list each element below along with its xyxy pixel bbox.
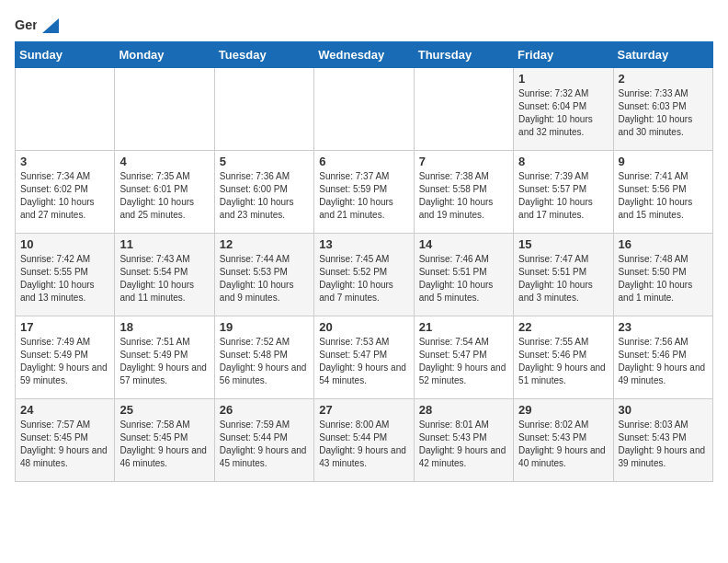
day-number: 11: [119, 237, 209, 251]
day-number: 16: [619, 237, 708, 251]
day-info: Sunrise: 7:55 AM Sunset: 5:46 PM Dayligh…: [518, 336, 608, 387]
page-header: General: [15, 15, 713, 34]
day-info: Sunrise: 7:42 AM Sunset: 5:55 PM Dayligh…: [20, 253, 109, 304]
calendar-day-4: 4Sunrise: 7:35 AM Sunset: 6:01 PM Daylig…: [115, 151, 214, 234]
day-number: 14: [419, 237, 508, 251]
calendar-day-18: 18Sunrise: 7:51 AM Sunset: 5:49 PM Dayli…: [115, 316, 214, 399]
calendar-day-9: 9Sunrise: 7:41 AM Sunset: 5:56 PM Daylig…: [613, 151, 712, 234]
weekday-header-tuesday: Tuesday: [214, 42, 313, 68]
weekday-header-saturday: Saturday: [613, 42, 712, 68]
calendar-day-13: 13Sunrise: 7:45 AM Sunset: 5:52 PM Dayli…: [314, 234, 414, 316]
day-number: 6: [319, 155, 408, 168]
day-number: 19: [220, 320, 309, 334]
day-info: Sunrise: 7:37 AM Sunset: 5:59 PM Dayligh…: [319, 170, 408, 222]
empty-day: [414, 68, 513, 151]
day-number: 12: [220, 237, 309, 251]
weekday-header-wednesday: Wednesday: [314, 42, 414, 68]
day-info: Sunrise: 8:02 AM Sunset: 5:43 PM Dayligh…: [518, 419, 608, 470]
day-number: 13: [319, 237, 408, 251]
calendar-day-10: 10Sunrise: 7:42 AM Sunset: 5:55 PM Dayli…: [16, 234, 115, 316]
calendar-day-6: 6Sunrise: 7:37 AM Sunset: 5:59 PM Daylig…: [314, 151, 414, 234]
calendar-day-15: 15Sunrise: 7:47 AM Sunset: 5:51 PM Dayli…: [514, 234, 613, 316]
logo-icon: General: [15, 16, 37, 34]
calendar-day-16: 16Sunrise: 7:48 AM Sunset: 5:50 PM Dayli…: [613, 234, 712, 316]
calendar-week-row: 3Sunrise: 7:34 AM Sunset: 6:02 PM Daylig…: [16, 151, 713, 234]
calendar-week-row: 24Sunrise: 7:57 AM Sunset: 5:45 PM Dayli…: [16, 399, 713, 482]
calendar-day-27: 27Sunrise: 8:00 AM Sunset: 5:44 PM Dayli…: [314, 399, 414, 482]
calendar-day-22: 22Sunrise: 7:55 AM Sunset: 5:46 PM Dayli…: [514, 316, 613, 399]
calendar-day-5: 5Sunrise: 7:36 AM Sunset: 6:00 PM Daylig…: [214, 151, 313, 234]
day-info: Sunrise: 7:54 AM Sunset: 5:47 PM Dayligh…: [419, 336, 508, 387]
day-info: Sunrise: 7:46 AM Sunset: 5:51 PM Dayligh…: [419, 253, 508, 304]
empty-day: [16, 68, 115, 151]
day-info: Sunrise: 7:53 AM Sunset: 5:47 PM Dayligh…: [319, 336, 408, 387]
day-number: 22: [518, 320, 608, 334]
calendar-day-1: 1Sunrise: 7:32 AM Sunset: 6:04 PM Daylig…: [514, 68, 613, 151]
day-info: Sunrise: 7:59 AM Sunset: 5:44 PM Dayligh…: [220, 419, 309, 470]
calendar-day-28: 28Sunrise: 8:01 AM Sunset: 5:43 PM Dayli…: [414, 399, 513, 482]
day-info: Sunrise: 7:41 AM Sunset: 5:56 PM Dayligh…: [619, 170, 708, 222]
svg-text:General: General: [15, 17, 37, 31]
weekday-header-friday: Friday: [514, 42, 613, 68]
day-info: Sunrise: 7:57 AM Sunset: 5:45 PM Dayligh…: [20, 419, 109, 470]
logo: General: [15, 15, 61, 34]
calendar-week-row: 10Sunrise: 7:42 AM Sunset: 5:55 PM Dayli…: [16, 234, 713, 316]
calendar-day-19: 19Sunrise: 7:52 AM Sunset: 5:48 PM Dayli…: [214, 316, 313, 399]
day-number: 24: [20, 403, 109, 417]
day-info: Sunrise: 7:39 AM Sunset: 5:57 PM Dayligh…: [518, 170, 608, 222]
day-number: 26: [220, 403, 309, 417]
day-number: 28: [419, 403, 508, 417]
calendar-day-3: 3Sunrise: 7:34 AM Sunset: 6:02 PM Daylig…: [16, 151, 115, 234]
day-info: Sunrise: 7:43 AM Sunset: 5:54 PM Dayligh…: [119, 253, 209, 304]
day-info: Sunrise: 7:34 AM Sunset: 6:02 PM Dayligh…: [20, 170, 109, 222]
day-number: 8: [518, 155, 608, 168]
day-info: Sunrise: 8:03 AM Sunset: 5:43 PM Dayligh…: [619, 419, 708, 470]
svg-marker-1: [42, 18, 59, 33]
day-info: Sunrise: 7:56 AM Sunset: 5:46 PM Dayligh…: [619, 336, 708, 387]
day-number: 15: [518, 237, 608, 251]
day-info: Sunrise: 7:52 AM Sunset: 5:48 PM Dayligh…: [220, 336, 309, 387]
calendar-day-26: 26Sunrise: 7:59 AM Sunset: 5:44 PM Dayli…: [214, 399, 313, 482]
weekday-header-monday: Monday: [115, 42, 214, 68]
calendar-table: SundayMondayTuesdayWednesdayThursdayFrid…: [15, 41, 713, 482]
day-info: Sunrise: 8:01 AM Sunset: 5:43 PM Dayligh…: [419, 419, 508, 470]
day-info: Sunrise: 7:38 AM Sunset: 5:58 PM Dayligh…: [419, 170, 508, 222]
day-info: Sunrise: 7:49 AM Sunset: 5:49 PM Dayligh…: [20, 336, 109, 387]
day-number: 25: [119, 403, 209, 417]
day-info: Sunrise: 7:51 AM Sunset: 5:49 PM Dayligh…: [119, 336, 209, 387]
day-info: Sunrise: 7:45 AM Sunset: 5:52 PM Dayligh…: [319, 253, 408, 304]
weekday-header-row: SundayMondayTuesdayWednesdayThursdayFrid…: [16, 42, 713, 68]
day-number: 4: [119, 155, 209, 168]
calendar-day-20: 20Sunrise: 7:53 AM Sunset: 5:47 PM Dayli…: [314, 316, 414, 399]
logo-triangle-icon: [42, 18, 59, 33]
day-info: Sunrise: 7:33 AM Sunset: 6:03 PM Dayligh…: [619, 87, 708, 139]
day-number: 2: [619, 72, 708, 86]
day-number: 27: [319, 403, 408, 417]
day-info: Sunrise: 7:58 AM Sunset: 5:45 PM Dayligh…: [119, 419, 209, 470]
calendar-day-25: 25Sunrise: 7:58 AM Sunset: 5:45 PM Dayli…: [115, 399, 214, 482]
day-number: 30: [619, 403, 708, 417]
day-number: 9: [619, 155, 708, 168]
day-number: 3: [20, 155, 109, 168]
calendar-day-8: 8Sunrise: 7:39 AM Sunset: 5:57 PM Daylig…: [514, 151, 613, 234]
day-info: Sunrise: 7:44 AM Sunset: 5:53 PM Dayligh…: [220, 253, 309, 304]
calendar-day-14: 14Sunrise: 7:46 AM Sunset: 5:51 PM Dayli…: [414, 234, 513, 316]
calendar-day-17: 17Sunrise: 7:49 AM Sunset: 5:49 PM Dayli…: [16, 316, 115, 399]
day-number: 20: [319, 320, 408, 334]
day-number: 1: [518, 72, 608, 86]
calendar-day-2: 2Sunrise: 7:33 AM Sunset: 6:03 PM Daylig…: [613, 68, 712, 151]
day-info: Sunrise: 7:35 AM Sunset: 6:01 PM Dayligh…: [119, 170, 209, 222]
weekday-header-sunday: Sunday: [16, 42, 115, 68]
day-number: 18: [119, 320, 209, 334]
empty-day: [115, 68, 214, 151]
calendar-week-row: 1Sunrise: 7:32 AM Sunset: 6:04 PM Daylig…: [16, 68, 713, 151]
calendar-day-7: 7Sunrise: 7:38 AM Sunset: 5:58 PM Daylig…: [414, 151, 513, 234]
calendar-day-23: 23Sunrise: 7:56 AM Sunset: 5:46 PM Dayli…: [613, 316, 712, 399]
calendar-day-21: 21Sunrise: 7:54 AM Sunset: 5:47 PM Dayli…: [414, 316, 513, 399]
day-number: 21: [419, 320, 508, 334]
calendar-day-29: 29Sunrise: 8:02 AM Sunset: 5:43 PM Dayli…: [514, 399, 613, 482]
day-number: 7: [419, 155, 508, 168]
day-number: 5: [220, 155, 309, 168]
day-info: Sunrise: 7:32 AM Sunset: 6:04 PM Dayligh…: [518, 87, 608, 139]
weekday-header-thursday: Thursday: [414, 42, 513, 68]
